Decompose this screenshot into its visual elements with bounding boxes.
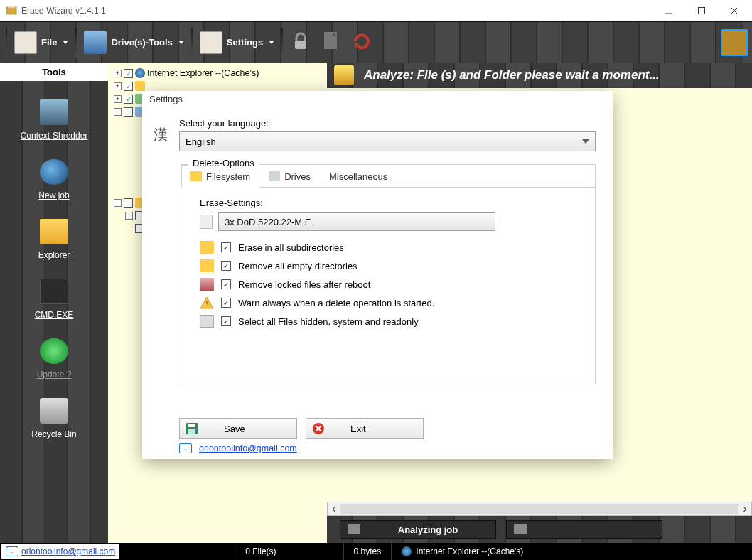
- option-hidden[interactable]: Select all Files hidden, system and read…: [200, 315, 581, 328]
- language-select[interactable]: English: [179, 131, 596, 151]
- svg-rect-1: [8, 6, 15, 8]
- tab-label: Drives: [284, 171, 311, 182]
- sidebar-item-new-job[interactable]: New job: [38, 159, 69, 200]
- statusbar-email-link[interactable]: oriontoolinfo@gmail.com: [1, 544, 119, 559]
- analyze-text: Analyze: File (s) and Folder please wait…: [364, 68, 660, 82]
- exit-button[interactable]: Exit: [306, 418, 424, 439]
- mail-icon: [179, 443, 192, 453]
- erase-method-value: 3x DoD 5220.22-M E: [225, 217, 311, 227]
- settings-dialog-title: Settings: [142, 91, 613, 108]
- globe-icon: [40, 159, 68, 185]
- ie-icon: [402, 546, 412, 556]
- refresh-icon: [351, 31, 372, 54]
- app-icon: [6, 5, 17, 16]
- folder-icon: [135, 81, 145, 91]
- toolbar-sep: [75, 28, 77, 58]
- sidebar-item-context-shredder[interactable]: Context-Shredder: [21, 99, 88, 141]
- statusbar-target-text: Internet Explorer --(Cache's): [416, 546, 523, 556]
- job-status-box: [506, 520, 662, 539]
- toolbar: File Drive(s)-Tools Settings: [0, 21, 752, 63]
- sidebar-item-label: Context-Shredder: [21, 131, 88, 141]
- calendar-icon: [200, 215, 213, 229]
- save-label: Save: [224, 424, 245, 434]
- scroll-right-button[interactable]: ›: [738, 502, 751, 515]
- window-titlebar: Erase-Wizard v1.4.1.1: [0, 0, 752, 21]
- toolbar-settings-button[interactable]: Settings: [195, 26, 279, 59]
- option-label: Warn always when a delete operation is s…: [238, 298, 434, 308]
- sidebar-item-cmd[interactable]: CMD.EXE: [35, 279, 74, 320]
- toolbar-file-button[interactable]: File: [10, 26, 72, 59]
- caret-icon: [269, 41, 274, 44]
- sidebar-item-recycle-bin[interactable]: Recycle Bin: [31, 398, 76, 439]
- scroll-track[interactable]: [340, 504, 738, 514]
- exit-label: Exit: [350, 424, 366, 434]
- sidebar-item-label: Update ?: [37, 370, 72, 379]
- statusbar-email-text: oriontoolinfo@gmail.com: [21, 546, 115, 556]
- group-title: Delete-Options: [188, 158, 259, 168]
- close-icon: [312, 422, 325, 435]
- ie-icon: [135, 68, 145, 78]
- toolbar-refresh-button[interactable]: [347, 26, 377, 59]
- horizontal-scrollbar[interactable]: ‹ ›: [327, 502, 752, 516]
- lock-icon: [290, 31, 311, 54]
- option-locked-files[interactable]: Remove locked files after reboot: [200, 278, 581, 291]
- option-subdirectories[interactable]: Erase in all subdirectories: [200, 241, 581, 254]
- option-empty-dirs[interactable]: Remove all empty directories: [200, 259, 581, 272]
- toolbar-drives-button[interactable]: Drive(s)-Tools: [80, 26, 188, 59]
- tab-drives[interactable]: Drives: [259, 165, 320, 188]
- tab-miscellaneous[interactable]: Miscellaneous: [320, 165, 397, 188]
- drive-icon: [84, 31, 107, 54]
- tab-label: Miscellaneous: [329, 171, 387, 182]
- status-bar: oriontoolinfo@gmail.com 0 File(s) 0 byte…: [0, 543, 752, 560]
- window-close-button[interactable]: [718, 0, 751, 21]
- sidebar-item-explorer[interactable]: Explorer: [38, 219, 70, 260]
- monitor-icon: [348, 524, 360, 534]
- toolbar-settings-label: Settings: [227, 37, 263, 48]
- delete-options-group: Delete-Options Filesystem Drives Miscell…: [181, 164, 596, 384]
- language-label: Select your language:: [179, 118, 596, 129]
- save-button[interactable]: Save: [179, 418, 297, 439]
- file-icon: [14, 31, 37, 54]
- cursor-icon: [200, 315, 214, 328]
- doc-icon: [321, 31, 341, 54]
- folder-icon: [40, 219, 68, 244]
- locked-icon: [200, 278, 214, 291]
- option-warn[interactable]: !Warn always when a delete operation is …: [200, 296, 581, 309]
- toolbar-lock-button[interactable]: [286, 26, 316, 59]
- tree-row[interactable]: +Internet Explorer --(Cache's): [111, 67, 324, 80]
- folder-icon: [190, 171, 202, 181]
- folder-icon: [200, 259, 214, 272]
- contact-email-link[interactable]: oriontoolinfo@gmail.com: [199, 443, 297, 453]
- svg-rect-11: [188, 429, 195, 434]
- checkbox[interactable]: [221, 298, 231, 308]
- monitor-icon: [514, 524, 527, 534]
- sidebar-item-label: New job: [38, 190, 69, 200]
- shredder-icon: [40, 99, 68, 125]
- update-icon: [40, 338, 68, 364]
- analyze-banner: Analyze: File (s) and Folder please wait…: [327, 63, 752, 88]
- option-label: Remove all empty directories: [238, 261, 358, 271]
- tree-row-label: Internet Explorer --(Cache's): [147, 68, 259, 78]
- toolbar-sep: [281, 28, 283, 58]
- settings-icon: [200, 31, 222, 54]
- checkbox[interactable]: [221, 242, 231, 252]
- svg-rect-10: [188, 424, 195, 427]
- erase-method-select[interactable]: 3x DoD 5220.22-M E: [218, 212, 495, 231]
- checkbox[interactable]: [221, 316, 231, 326]
- mail-icon: [6, 546, 18, 556]
- job-status-label: Analyzing job: [367, 524, 488, 535]
- toolbar-doc-button[interactable]: [317, 26, 345, 59]
- sidebar-item-update[interactable]: Update ?: [37, 338, 72, 379]
- sidebar: Tools Context-Shredder New job Explorer …: [0, 63, 108, 543]
- sidebar-item-label: CMD.EXE: [35, 310, 74, 320]
- drive-icon: [269, 171, 280, 181]
- checkbox[interactable]: [221, 261, 231, 271]
- checkbox[interactable]: [221, 279, 231, 289]
- window-maximize-button[interactable]: [685, 0, 718, 21]
- language-value: English: [186, 136, 216, 147]
- scroll-left-button[interactable]: ‹: [328, 502, 340, 515]
- svg-rect-6: [295, 41, 306, 49]
- toolbar-drives-label: Drive(s)-Tools: [111, 37, 172, 48]
- svg-rect-0: [6, 7, 16, 14]
- window-minimize-button[interactable]: [652, 0, 685, 21]
